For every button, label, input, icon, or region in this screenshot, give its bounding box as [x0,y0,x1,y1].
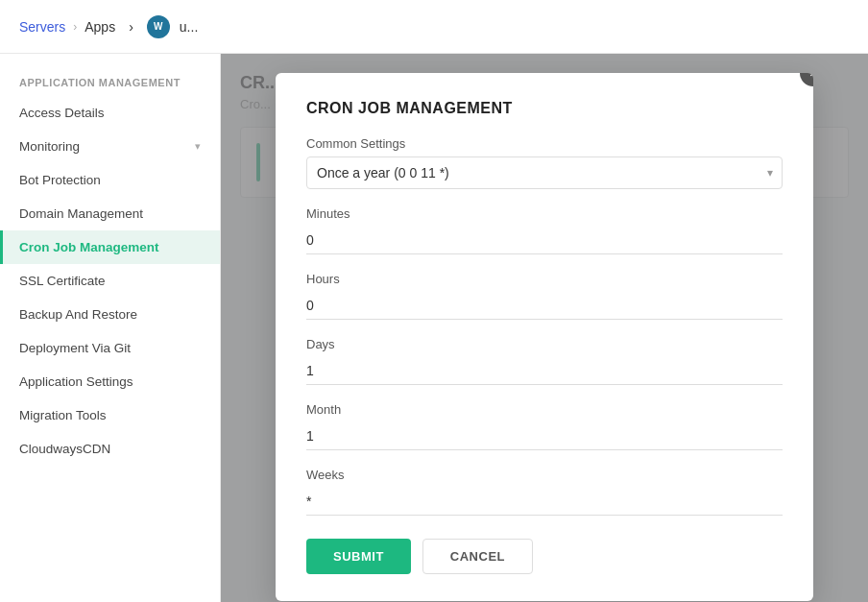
minutes-input[interactable] [306,227,783,254]
sidebar-item-label: Migration Tools [19,408,107,422]
apps-breadcrumb: Apps › W u... [84,15,198,38]
sidebar-item-monitoring[interactable]: Monitoring ▾ [0,130,220,163]
sidebar-section-title: Application Management [0,69,220,96]
sidebar-item-label: Application Settings [19,374,133,389]
minutes-label: Minutes [306,206,783,221]
wp-app-icon: W [147,15,170,38]
sidebar-item-migration-tools[interactable]: Migration Tools [0,398,220,432]
weeks-input[interactable] [306,488,783,516]
hours-label: Hours [306,272,783,286]
sidebar-item-domain-management[interactable]: Domain Management [0,197,220,230]
sidebar-item-ssl-certificate[interactable]: SSL Certificate [0,264,220,298]
top-bar: Servers › Apps › W u... [0,0,868,54]
days-label: Days [306,337,783,351]
modal-close-button[interactable]: × [800,73,813,86]
weeks-group: Weeks [306,468,783,516]
sidebar-item-label: Backup And Restore [19,307,137,322]
chevron-down-icon: ▾ [195,140,201,153]
common-settings-label: Common Settings [306,136,783,151]
sidebar-item-label: CloudwaysCDN [19,442,110,456]
cron-job-modal: × CRON JOB MANAGEMENT Common Settings On… [276,73,813,601]
modal-actions: SUBMIT CANCEL [306,539,783,574]
submit-button[interactable]: SUBMIT [306,539,411,574]
breadcrumb-separator-2: › [129,19,133,35]
month-label: Month [306,402,783,417]
sidebar-item-label: Cron Job Management [19,240,159,254]
apps-nav-label[interactable]: Apps [84,19,115,35]
breadcrumb-separator: › [73,20,77,34]
month-group: Month [306,402,783,450]
sidebar-item-label: Deployment Via Git [19,341,131,355]
sidebar-item-cloudwayscdn[interactable]: CloudwaysCDN [0,432,220,466]
modal-title: CRON JOB MANAGEMENT [306,100,783,117]
sidebar-item-label: Bot Protection [19,173,101,187]
sidebar-item-access-details[interactable]: Access Details [0,96,220,130]
common-settings-select-wrapper: Once a year (0 0 11 *) Once a month (0 0… [306,157,783,189]
weeks-label: Weeks [306,468,783,482]
days-group: Days [306,337,783,385]
cancel-button[interactable]: CANCEL [422,539,533,574]
sidebar-item-cron-job-management[interactable]: Cron Job Management [0,230,220,264]
sidebar-item-backup-and-restore[interactable]: Backup And Restore [0,298,220,331]
days-input[interactable] [306,357,783,385]
modal-overlay: × CRON JOB MANAGEMENT Common Settings On… [221,54,868,602]
month-input[interactable] [306,422,783,450]
main-content: CR... Cro... × CRON JOB MANAGEMENT Commo… [221,54,868,602]
sidebar-item-bot-protection[interactable]: Bot Protection [0,163,220,197]
sidebar-item-application-settings[interactable]: Application Settings [0,365,220,398]
common-settings-select[interactable]: Once a year (0 0 11 *) Once a month (0 0… [306,157,783,189]
sidebar-item-label: Access Details [19,106,105,120]
main-layout: Application Management Access Details Mo… [0,54,868,602]
sidebar-item-label: Domain Management [19,206,143,221]
app-name-short: u... [180,19,198,35]
hours-group: Hours [306,272,783,320]
common-settings-group: Common Settings Once a year (0 0 11 *) O… [306,136,783,189]
hours-input[interactable] [306,292,783,320]
sidebar-item-label: SSL Certificate [19,274,106,288]
sidebar-item-deployment-via-git[interactable]: Deployment Via Git [0,331,220,365]
minutes-group: Minutes [306,206,783,254]
servers-nav-link[interactable]: Servers [19,19,65,35]
sidebar: Application Management Access Details Mo… [0,54,221,602]
sidebar-item-label: Monitoring [19,139,80,154]
